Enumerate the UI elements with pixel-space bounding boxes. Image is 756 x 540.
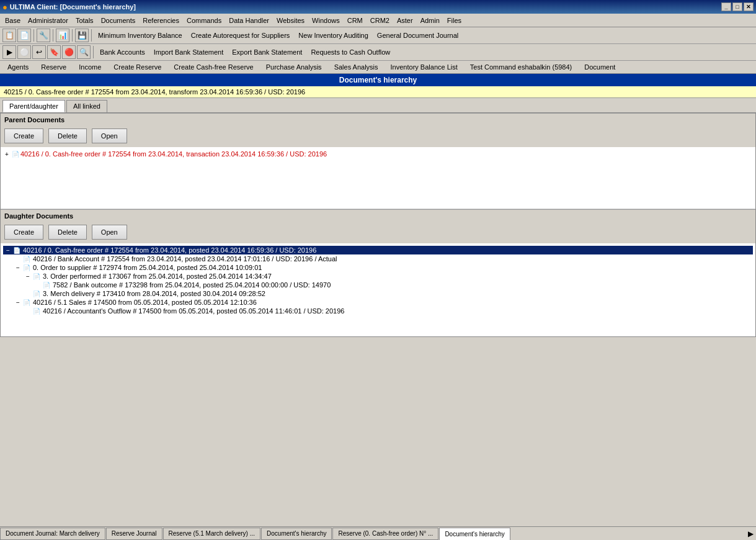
- daughter-toggle-2[interactable]: −: [14, 264, 22, 271]
- menu-admin[interactable]: Admin: [417, 16, 443, 25]
- daughter-tree-item-4[interactable]: 📄7582 / Bank outcome # 173298 from 25.04…: [3, 281, 753, 289]
- parent-doc-icon-0: 📄: [12, 151, 19, 158]
- separator-1: [33, 29, 34, 42]
- toolbar-import-bank[interactable]: Import Bank Statement: [150, 48, 228, 56]
- nav-agents[interactable]: Agents: [2, 62, 33, 72]
- status-tab-2[interactable]: Reserve (5.1 March delivery) ...: [163, 528, 261, 540]
- toolbar-bank-accounts[interactable]: Bank Accounts: [96, 48, 149, 56]
- title-bar: ● ULTIMA Client: [Document's hierarchy] …: [0, 0, 756, 14]
- daughter-doc-text-2: 0. Order to supplier # 172974 from 25.04…: [33, 264, 262, 271]
- daughter-toggle-6[interactable]: −: [14, 299, 22, 306]
- parent-doc-text-0: 40216 / 0. Cash-free order # 172554 from…: [20, 150, 327, 158]
- nav-inventory-balance[interactable]: Inventory Balance List: [386, 62, 463, 72]
- toolbar-icon-5[interactable]: 💾: [75, 29, 89, 42]
- daughter-tree: −📄40216 / 0. Cash-free order # 172554 fr…: [1, 243, 755, 336]
- nav-sales-analysis[interactable]: Sales Analysis: [329, 62, 383, 72]
- doc-info-text: 40215 / 0. Cass-free order # 172554 from…: [4, 88, 305, 96]
- toolbar2-icon-4[interactable]: 🔖: [47, 45, 61, 59]
- toolbar-icon-4[interactable]: 📊: [56, 29, 69, 42]
- nav-create-reserve[interactable]: Create Reserve: [109, 62, 166, 72]
- daughter-tree-item-7[interactable]: 📄40216 / Accountant's Outflow # 174500 f…: [3, 307, 753, 315]
- main-content: Parent Documents Create Delete Open + 📄 …: [0, 112, 756, 337]
- menu-bar: Base Administrator Totals Documents Refe…: [0, 14, 756, 27]
- daughter-docs-title: Daughter Documents: [1, 209, 755, 221]
- daughter-buttons: Create Delete Open: [1, 221, 755, 243]
- menu-files[interactable]: Files: [443, 16, 465, 25]
- daughter-tree-item-1[interactable]: 📄40216 / Bank Account # 172554 from 23.0…: [3, 254, 753, 263]
- nav-test-command[interactable]: Test Command eshabalkin (5984): [465, 62, 577, 72]
- daughter-tree-item-5[interactable]: 📄3. Merch delivery # 173410 from 28.04.2…: [3, 289, 753, 298]
- daughter-tree-item-3[interactable]: −📄3. Order performed # 173067 from 25.04…: [3, 272, 753, 281]
- menu-crm[interactable]: CRM: [344, 16, 367, 25]
- separator-2: [53, 29, 53, 42]
- daughter-toggle-0[interactable]: −: [4, 247, 12, 254]
- daughter-tree-item-6[interactable]: −📄40216 / 5.1 Sales # 174500 from 05.05.…: [3, 298, 753, 307]
- parent-delete-button[interactable]: Delete: [48, 128, 87, 143]
- toolbar2-icon-2[interactable]: ⚪: [17, 45, 31, 59]
- daughter-toggle-3[interactable]: −: [24, 273, 32, 280]
- daughter-create-button[interactable]: Create: [4, 225, 43, 240]
- parent-toggle-0[interactable]: +: [3, 151, 11, 158]
- daughter-doc-icon-4: 📄: [43, 282, 50, 289]
- daughter-doc-icon-7: 📄: [33, 308, 40, 315]
- daughter-open-button[interactable]: Open: [92, 225, 127, 240]
- menu-commands[interactable]: Commands: [183, 16, 225, 25]
- daughter-doc-text-4: 7582 / Bank outcome # 173298 from 25.04.…: [53, 281, 331, 289]
- menu-base[interactable]: Base: [1, 16, 24, 25]
- daughter-doc-icon-2: 📄: [23, 264, 30, 271]
- separator-3: [72, 29, 73, 42]
- menu-referencies[interactable]: Referencies: [139, 16, 183, 25]
- status-bar: Document Journal: March deliveryReserve …: [0, 526, 756, 540]
- section-header: Document's hierarchy: [0, 74, 756, 86]
- status-tab-5[interactable]: Document's hierarchy: [439, 528, 510, 540]
- close-button[interactable]: ✕: [744, 2, 754, 11]
- toolbar2-icon-6[interactable]: 🔍: [77, 45, 91, 59]
- nav-purchase-analysis[interactable]: Purchase Analysis: [261, 62, 327, 72]
- nav-cashfree-reserve[interactable]: Create Cash-free Reserve: [169, 62, 258, 72]
- toolbar-autorequest[interactable]: Create Autorequest for Suppliers: [187, 31, 294, 40]
- toolbar-export-bank[interactable]: Export Bank Statement: [228, 48, 306, 56]
- menu-documents[interactable]: Documents: [97, 16, 140, 25]
- menu-data-handler[interactable]: Data Handler: [225, 16, 273, 25]
- daughter-tree-item-0[interactable]: −📄40216 / 0. Cash-free order # 172554 fr…: [3, 246, 753, 254]
- toolbar-2: ▶ ⚪ ↩ 🔖 🔴 🔍 Bank Accounts Import Bank St…: [0, 44, 756, 61]
- daughter-doc-text-3: 3. Order performed # 173067 from 25.04.2…: [43, 272, 272, 280]
- section-header-text: Document's hierarchy: [339, 76, 417, 84]
- daughter-doc-icon-6: 📄: [23, 299, 30, 306]
- daughter-delete-button[interactable]: Delete: [48, 225, 87, 240]
- minimize-button[interactable]: _: [721, 2, 731, 11]
- menu-administrator[interactable]: Administrator: [24, 16, 72, 25]
- toolbar2-icon-3[interactable]: ↩: [32, 45, 46, 59]
- maximize-button[interactable]: □: [732, 2, 742, 11]
- menu-windows[interactable]: Windows: [308, 16, 344, 25]
- tab-parent-daughter[interactable]: Parent/daughter: [2, 100, 65, 112]
- toolbar-icon-2[interactable]: 📄: [17, 29, 31, 42]
- toolbar2-icon-1[interactable]: ▶: [2, 45, 16, 59]
- toolbar-requests-cash[interactable]: Requests to Cash Outflow: [307, 48, 394, 56]
- menu-totals[interactable]: Totals: [72, 16, 97, 25]
- toolbar-icon-1[interactable]: 📋: [2, 29, 16, 42]
- status-tab-4[interactable]: Reserve (0. Cash-free order) N° ...: [332, 528, 438, 540]
- toolbar2-icon-5[interactable]: 🔴: [62, 45, 76, 59]
- parent-tree-item-0[interactable]: + 📄 40216 / 0. Cash-free order # 172554 …: [3, 150, 753, 158]
- menu-aster[interactable]: Aster: [393, 16, 417, 25]
- status-tab-1[interactable]: Reserve Journal: [106, 528, 162, 540]
- daughter-doc-text-7: 40216 / Accountant's Outflow # 174500 fr…: [43, 307, 344, 315]
- status-scroll-arrow[interactable]: ▶: [745, 528, 756, 540]
- nav-reserve[interactable]: Reserve: [36, 62, 71, 72]
- toolbar-new-auditing[interactable]: New Inventory Auditing: [295, 31, 372, 40]
- tab-all-linked[interactable]: All linked: [66, 100, 107, 112]
- nav-document[interactable]: Document: [579, 62, 620, 72]
- daughter-tree-item-2[interactable]: −📄0. Order to supplier # 172974 from 25.…: [3, 263, 753, 272]
- parent-create-button[interactable]: Create: [4, 128, 43, 143]
- toolbar-min-inventory[interactable]: Minimum Inventory Balance: [94, 31, 186, 40]
- toolbar-icon-3[interactable]: 🔧: [37, 29, 50, 42]
- menu-websites[interactable]: Websites: [273, 16, 308, 25]
- daughter-doc-icon-1: 📄: [23, 256, 30, 263]
- toolbar-general-journal[interactable]: General Document Journal: [373, 31, 462, 40]
- parent-open-button[interactable]: Open: [92, 128, 127, 143]
- status-tab-0[interactable]: Document Journal: March delivery: [0, 528, 105, 540]
- status-tab-3[interactable]: Document's hierarchy: [261, 528, 332, 540]
- menu-crm2[interactable]: CRM2: [367, 16, 393, 25]
- nav-income[interactable]: Income: [74, 62, 106, 72]
